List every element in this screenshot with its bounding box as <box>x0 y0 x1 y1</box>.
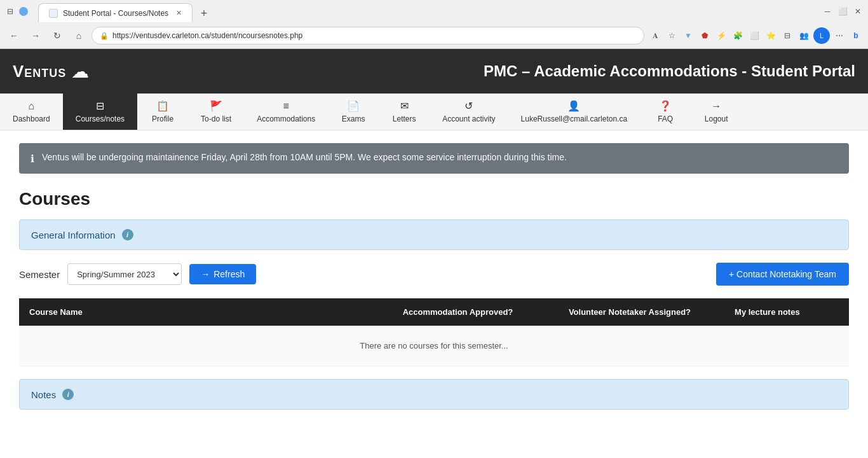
profile-label: Profile <box>152 114 173 123</box>
courses-label: Courses/notes <box>76 114 125 123</box>
tab-title: Student Portal - Courses/Notes <box>63 9 168 18</box>
ext5-icon[interactable]: 👥 <box>797 29 811 43</box>
tab-close-btn[interactable]: ✕ <box>176 9 182 17</box>
accommodations-label: Accommodations <box>257 114 315 123</box>
ext2-icon[interactable]: ⬟ <box>698 29 712 43</box>
nav-email[interactable]: 👤 LukeRussell@cmail.carleton.ca <box>508 94 641 130</box>
nav-faq[interactable]: ❓ FAQ <box>640 94 691 130</box>
courses-icon: ⊟ <box>96 100 104 112</box>
empty-message: There are no courses for this semester..… <box>19 326 849 366</box>
more-btn[interactable]: ⋯ <box>832 29 846 43</box>
exams-label: Exams <box>342 114 365 123</box>
user-icon: 👤 <box>567 100 580 112</box>
account-icon: ↺ <box>465 100 473 112</box>
home-btn[interactable]: ⌂ <box>70 27 88 45</box>
nav-todo[interactable]: 🚩 To-do list <box>188 94 244 130</box>
nav-courses[interactable]: ⊟ Courses/notes <box>63 94 137 130</box>
table-body: There are no courses for this semester..… <box>19 326 849 366</box>
close-btn[interactable]: ✕ <box>853 6 863 17</box>
notes-info-icon[interactable]: i <box>62 389 74 400</box>
collections-icon[interactable]: ⭐ <box>764 29 778 43</box>
semester-row: Semester Spring/Summer 2023 Fall 2023 Wi… <box>19 263 849 286</box>
semester-label: Semester <box>19 269 60 280</box>
split-screen-icon[interactable]: ⬜ <box>747 29 761 43</box>
dashboard-label: Dashboard <box>13 114 50 123</box>
col-lecture-notes: My lecture notes <box>724 298 849 326</box>
copilot-icon[interactable]: b <box>849 29 863 43</box>
refresh-button[interactable]: → Refresh <box>189 264 256 284</box>
profile-icon: 📋 <box>156 100 169 112</box>
accommodations-icon: ≡ <box>283 101 288 112</box>
nav-profile[interactable]: 📋 Profile <box>137 94 188 130</box>
ventus-name: Ventus <box>13 62 66 81</box>
extension-icons: 𝐀 ☆ ▼ ⬟ ⚡ 🧩 ⬜ ⭐ ⊟ 👥 L ⋯ b <box>648 27 863 44</box>
back-btn[interactable]: ← <box>5 27 23 45</box>
table-row-empty: There are no courses for this semester..… <box>19 326 849 366</box>
refresh-label: Refresh <box>214 269 245 279</box>
logout-icon: → <box>711 101 721 112</box>
read-aloud-icon[interactable]: 𝐀 <box>648 29 662 43</box>
maximize-btn[interactable]: ⬜ <box>837 6 848 17</box>
minimize-btn[interactable]: ─ <box>822 6 832 17</box>
tab-favicon <box>49 9 58 18</box>
todo-icon: 🚩 <box>210 100 222 112</box>
ext3-icon[interactable]: ⚡ <box>714 29 728 43</box>
general-info-icon[interactable]: i <box>122 229 133 240</box>
nav-exams[interactable]: 📄 Exams <box>328 94 379 130</box>
sidebar-toggle-btn[interactable]: ⊟ <box>5 6 15 17</box>
nav-accommodations[interactable]: ≡ Accommodations <box>244 94 328 130</box>
alert-banner: ℹ Ventus will be undergoing maintainence… <box>19 143 849 174</box>
ext1-icon[interactable]: ▼ <box>681 29 695 43</box>
exams-icon: 📄 <box>347 100 360 112</box>
account-label: Account activity <box>442 114 495 123</box>
table-header-row: Course Name Accommodation Approved? Volu… <box>19 298 849 326</box>
general-info-box: General Information i <box>19 219 849 250</box>
col-accommodation: Accommodation Approved? <box>393 298 559 326</box>
new-tab-btn[interactable]: + <box>195 4 213 22</box>
active-tab[interactable]: Student Portal - Courses/Notes ✕ <box>38 3 193 22</box>
letters-label: Letters <box>393 114 416 123</box>
refresh-arrow-icon: → <box>201 269 210 279</box>
profile-avatar[interactable]: L <box>813 27 830 44</box>
nav-letters[interactable]: ✉ Letters <box>379 94 430 130</box>
ventus-logo: Ventus ☁ <box>13 61 89 82</box>
email-label: LukeRussell@cmail.carleton.ca <box>521 114 628 123</box>
edge-icon <box>19 7 28 16</box>
nav-account[interactable]: ↺ Account activity <box>430 94 508 130</box>
dashboard-icon: ⌂ <box>29 101 35 112</box>
notes-label: Notes <box>31 389 56 400</box>
bookmark-icon[interactable]: ☆ <box>665 29 679 43</box>
nav-bar: ⌂ Dashboard ⊟ Courses/notes 📋 Profile 🚩 … <box>0 94 868 130</box>
browser-refresh-btn[interactable]: ↻ <box>48 27 66 45</box>
address-bar[interactable]: 🔒 https://ventusdev.carleton.ca/student/… <box>92 27 644 45</box>
alert-icon: ℹ <box>31 153 34 165</box>
tab-bar: Student Portal - Courses/Notes ✕ + <box>33 1 817 22</box>
window-controls-right: ─ ⬜ ✕ <box>822 6 863 17</box>
browser-chrome: ⊟ Student Portal - Courses/Notes ✕ + ─ ⬜… <box>0 0 868 49</box>
faq-label: FAQ <box>658 114 673 123</box>
logout-label: Logout <box>705 114 728 123</box>
nav-logout[interactable]: → Logout <box>691 94 742 130</box>
ext4-icon[interactable]: 🧩 <box>731 29 745 43</box>
url-text: https://ventusdev.carleton.ca/student/nc… <box>112 31 636 40</box>
table-head: Course Name Accommodation Approved? Volu… <box>19 298 849 326</box>
letters-icon: ✉ <box>400 100 409 112</box>
browser-titlebar: ⊟ Student Portal - Courses/Notes ✕ + ─ ⬜… <box>0 0 868 23</box>
semester-select[interactable]: Spring/Summer 2023 Fall 2023 Winter 2023… <box>67 263 182 285</box>
window-controls: ⊟ <box>5 6 28 17</box>
sidebar-icon[interactable]: ⊟ <box>780 29 794 43</box>
portal-title: PMC – Academic Accommodations - Student … <box>484 62 855 80</box>
col-volunteer: Volunteer Notetaker Assigned? <box>559 298 724 326</box>
forward-btn[interactable]: → <box>27 27 44 45</box>
app-header: Ventus ☁ PMC – Academic Accommodations -… <box>0 49 868 94</box>
notes-section: Notes i <box>19 379 849 410</box>
semester-controls: Semester Spring/Summer 2023 Fall 2023 Wi… <box>19 263 256 285</box>
nav-dashboard[interactable]: ⌂ Dashboard <box>0 94 63 130</box>
general-info-label: General Information <box>31 230 116 240</box>
cloud-icon: ☁ <box>71 61 89 82</box>
faq-icon: ❓ <box>659 100 672 112</box>
alert-message: Ventus will be undergoing maintainence F… <box>42 152 567 162</box>
col-course-name: Course Name <box>19 298 393 326</box>
contact-notetaking-btn[interactable]: + Contact Notetaking Team <box>716 263 849 286</box>
todo-label: To-do list <box>201 114 231 123</box>
